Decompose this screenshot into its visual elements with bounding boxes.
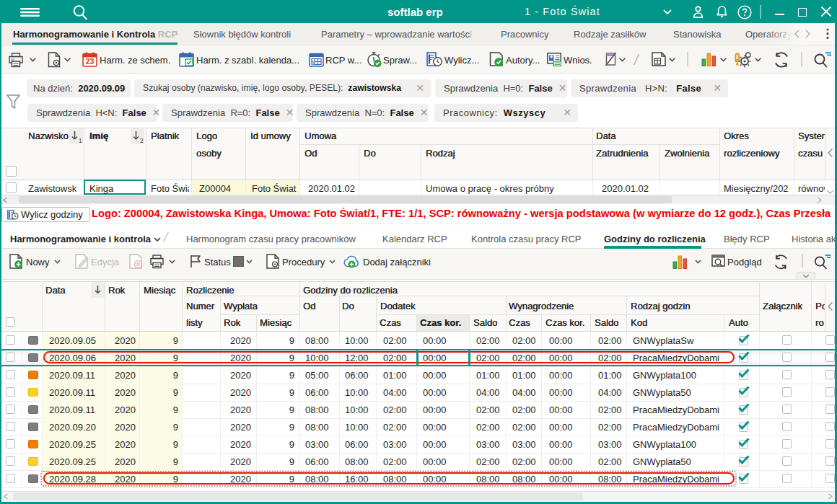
svg-text:2: 2 bbox=[140, 137, 144, 143]
svg-text:1: 1 bbox=[79, 137, 82, 143]
svg-text:23: 23 bbox=[86, 57, 95, 66]
